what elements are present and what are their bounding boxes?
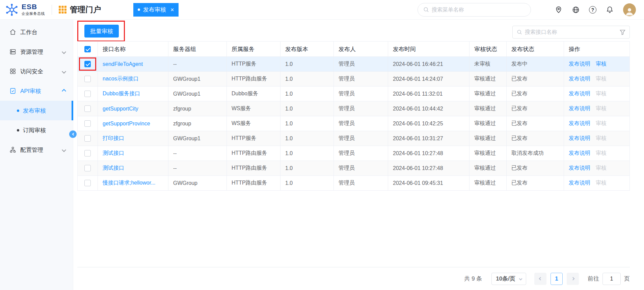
row-checkbox[interactable] [84,165,91,171]
review-link[interactable]: 审核 [596,91,607,96]
interface-name-link[interactable]: nacos示例接口 [103,76,139,81]
avatar[interactable] [623,3,636,16]
interface-name-link[interactable]: getSupportProvince [103,121,150,126]
interface-name-link[interactable]: 打印接口 [103,135,124,141]
version-cell: 1.0 [280,131,334,146]
publish-note-link[interactable]: 发布说明 [569,91,590,96]
review-link[interactable]: 审核 [596,165,607,171]
column-header-publish-time[interactable]: 发布时间 [388,42,469,57]
publish-note-link[interactable]: 发布说明 [569,120,590,126]
operations-cell: 发布说明审核 [564,87,630,101]
version-cell: 1.0 [280,101,334,116]
service-cell: HTTP路由服务 [227,176,280,191]
publish-time-cell: 2024-06-01 09:45:31 [388,176,469,191]
column-header-service[interactable]: 所属服务 [227,42,280,57]
column-header-publish-status[interactable]: 发布状态 [507,42,564,57]
publish-note-link[interactable]: 发布说明 [569,150,590,156]
interface-name-link[interactable]: 测试接口 [103,150,124,156]
interface-name-link[interactable]: 测试接口 [103,165,124,171]
interface-name-link[interactable]: 慢接口请求;hellowor... [103,180,155,186]
table-row: 慢接口请求;hellowor...GWGroupHTTP路由服务1.0管理员20… [78,176,630,191]
interface-name-cell: 打印接口 [98,131,168,146]
row-checkbox[interactable] [84,105,91,112]
tab-close-icon[interactable]: × [170,7,174,13]
interface-search[interactable] [512,26,630,39]
publish-note-link[interactable]: 发布说明 [569,76,590,81]
column-header-publisher[interactable]: 发布人 [334,42,388,57]
sidebar-item-workbench[interactable]: 工作台 [0,22,73,42]
portal-title-group: 管理门户 [59,4,101,15]
server-group-cell: -- [168,161,227,176]
review-link[interactable]: 审核 [596,180,607,186]
publish-time-cell: 2024-06-01 16:46:21 [388,57,469,72]
publish-status-cell: 已发布 [507,131,564,146]
interface-name-link[interactable]: getSupportCity [103,106,138,112]
interface-search-input[interactable] [525,29,617,35]
row-checkbox[interactable] [84,76,91,82]
publish-note-link[interactable]: 发布说明 [569,61,590,67]
page-size-select[interactable]: 10条/页 [491,273,526,285]
sidebar-item-resource-mgmt[interactable]: 资源管理 [0,42,73,62]
interface-name-link[interactable]: Dubbo服务接口 [103,91,140,96]
review-link[interactable]: 审核 [596,105,607,111]
publish-status-cell: 已发布 [507,116,564,131]
location-icon[interactable] [555,6,562,14]
sidebar-item-publish-review[interactable]: 发布审核 [0,101,73,120]
goto-page-group: 前往 页 [588,273,630,285]
esb-logo[interactable]: ESB 企业服务总线 [5,3,45,17]
sidebar-collapse-button[interactable] [69,130,77,138]
next-page-button[interactable] [567,273,579,285]
menu-search-input[interactable] [432,7,525,13]
publish-note-link[interactable]: 发布说明 [569,165,590,171]
publish-time-cell: 2024-06-01 10:27:48 [388,146,469,161]
tab-publish-review[interactable]: 发布审核 × [133,3,179,17]
row-select-cell [78,87,98,101]
annotation-batch-review: 批量审核 [77,21,125,42]
select-all-checkbox[interactable] [84,46,91,52]
column-header-version[interactable]: 发布版本 [280,42,334,57]
review-link[interactable]: 审核 [596,135,607,141]
filter-icon[interactable] [620,29,625,35]
menu-search[interactable] [418,3,531,17]
column-header-server-group[interactable]: 服务器组 [168,42,227,57]
page-number-button[interactable]: 1 [551,273,563,285]
server-group-cell: GWGroup1 [168,72,227,87]
review-status-cell: 审核通过 [469,146,507,161]
globe-icon[interactable] [572,6,580,14]
goto-label: 前往 [588,275,599,283]
help-icon[interactable]: ? [589,6,596,14]
goto-page-input[interactable] [602,273,621,285]
row-select-cell [78,176,98,191]
row-checkbox[interactable] [84,135,91,142]
chevron-down-icon [62,69,66,74]
sidebar-item-api-review[interactable]: API审核 [0,81,73,101]
row-checkbox[interactable] [84,180,91,186]
service-cell: Dubbo服务 [227,87,280,101]
publish-status-cell: 发布中 [507,57,564,72]
prev-page-button[interactable] [534,273,546,285]
publish-note-link[interactable]: 发布说明 [569,135,590,141]
row-checkbox[interactable] [84,91,91,97]
review-link[interactable]: 审核 [596,150,607,156]
sidebar-item-access-security[interactable]: 访问安全 [0,62,73,81]
batch-review-button[interactable]: 批量审核 [84,25,119,38]
row-checkbox[interactable] [84,120,91,127]
bell-icon[interactable] [606,6,614,14]
column-header-review-status[interactable]: 审核状态 [469,42,507,57]
sidebar-item-config-mgmt[interactable]: 配置管理 [0,140,73,160]
column-header-interface-name[interactable]: 接口名称 [98,42,168,57]
row-checkbox[interactable] [84,150,91,156]
row-checkbox[interactable] [84,61,91,67]
sidebar-item-subscribe-review[interactable]: 订阅审核 [0,120,73,140]
publish-note-link[interactable]: 发布说明 [569,105,590,111]
service-cell: WS服务 [227,116,280,131]
interface-name-link[interactable]: sendFileToAgent [103,61,143,67]
publish-note-link[interactable]: 发布说明 [569,180,590,186]
review-link[interactable]: 审核 [596,76,607,81]
interface-name-cell: getSupportCity [98,101,168,116]
operations-cell: 发布说明审核 [564,72,630,87]
chevron-left-icon [539,277,542,281]
review-link[interactable]: 审核 [596,120,607,126]
search-icon [423,7,429,13]
review-link[interactable]: 审核 [596,61,607,67]
